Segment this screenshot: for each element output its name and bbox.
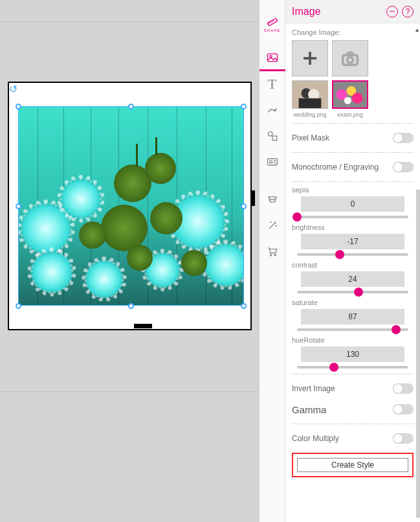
tool-shape[interactable]: SHAPE xyxy=(260,8,285,40)
change-image-label: Change Image: xyxy=(292,28,414,36)
monochrome-toggle[interactable] xyxy=(393,162,414,172)
brightness-value[interactable]: -17 xyxy=(301,234,404,249)
tool-magic[interactable] xyxy=(260,212,285,238)
pixel-mask-label: Pixel Mask xyxy=(292,133,329,142)
svg-point-31 xyxy=(352,93,363,104)
svg-line-1 xyxy=(269,23,269,23)
tool-text[interactable]: T xyxy=(260,71,285,97)
invert-row: Invert Image xyxy=(292,378,414,399)
svg-point-18 xyxy=(270,255,272,256)
resize-handle-mid-right[interactable] xyxy=(241,203,247,209)
svg-line-2 xyxy=(271,22,271,23)
resize-handle-bot-left[interactable] xyxy=(16,303,21,309)
invert-toggle[interactable] xyxy=(393,383,414,394)
monochrome-row: Monochrome / Engraving xyxy=(292,157,414,177)
panel-scrollbar[interactable] xyxy=(416,25,420,522)
sample-label-1: exam.png xyxy=(332,111,368,118)
invert-label: Invert Image xyxy=(292,384,335,393)
svg-rect-8 xyxy=(272,136,277,141)
gamma-toggle[interactable] xyxy=(393,404,414,414)
svg-line-3 xyxy=(272,21,272,22)
brightness-track[interactable] xyxy=(297,253,408,256)
sample-labels: wedding.png exam.png xyxy=(292,111,414,118)
color-multiply-label: Color Multiply xyxy=(292,434,339,443)
svg-point-32 xyxy=(344,97,351,104)
tool-image[interactable] xyxy=(260,45,285,71)
tool-shape-label: SHAPE xyxy=(264,28,280,32)
image-source-row xyxy=(292,40,414,76)
saturate-value[interactable]: 87 xyxy=(301,309,404,324)
resize-handle-bot-mid[interactable] xyxy=(128,303,134,309)
tool-align[interactable] xyxy=(260,123,285,149)
slider-brightness: brightness -17 xyxy=(292,223,414,256)
sample-wedding[interactable] xyxy=(292,80,328,109)
collapse-button[interactable] xyxy=(386,6,398,17)
sample-exam[interactable] xyxy=(332,80,368,109)
plus-icon xyxy=(300,49,320,68)
slider-hueRotate: hueRotate 130 xyxy=(292,336,414,369)
resize-handle-top-left[interactable] xyxy=(16,104,21,109)
monochrome-label: Monochrome / Engraving xyxy=(292,163,379,172)
brightness-thumb[interactable] xyxy=(335,250,344,259)
svg-point-19 xyxy=(274,255,276,256)
tool-path[interactable] xyxy=(260,97,285,123)
svg-rect-5 xyxy=(267,54,277,62)
side-tab[interactable] xyxy=(251,190,255,206)
canvas-area[interactable]: ↺ xyxy=(0,0,260,522)
add-image-button[interactable] xyxy=(292,40,328,76)
properties-panel: Image ? ▴ Change Image: wedding.png exam… xyxy=(285,0,420,522)
slider-sepia: sepia 0 xyxy=(292,186,414,218)
sepia-value[interactable]: 0 xyxy=(301,196,404,212)
saturate-track[interactable] xyxy=(297,328,408,331)
panel-body: Change Image: wedding.png exam.png Pixel… xyxy=(285,23,420,482)
saturate-label: saturate xyxy=(292,299,414,306)
contrast-value[interactable]: 24 xyxy=(301,271,404,287)
contrast-track[interactable] xyxy=(297,291,408,293)
tool-perspective[interactable] xyxy=(260,187,285,212)
slider-contrast: contrast 24 xyxy=(292,261,414,293)
svg-point-23 xyxy=(348,57,353,63)
sample-label-0: wedding.png xyxy=(292,111,328,118)
tool-toolbar: SHAPE T xyxy=(260,0,285,522)
contrast-thumb[interactable] xyxy=(354,288,363,297)
camera-icon xyxy=(340,49,360,68)
saturate-thumb[interactable] xyxy=(392,325,401,334)
svg-point-16 xyxy=(271,222,271,223)
panel-header: Image ? xyxy=(285,0,420,23)
bottom-tab[interactable] xyxy=(134,324,152,328)
sepia-label: sepia xyxy=(292,186,414,194)
hueRotate-track[interactable] xyxy=(297,366,408,369)
color-multiply-toggle[interactable] xyxy=(393,433,414,444)
contrast-label: contrast xyxy=(292,261,414,269)
camera-button[interactable] xyxy=(332,40,368,76)
color-multiply-row: Color Multiply xyxy=(292,428,414,449)
hueRotate-value[interactable]: 130 xyxy=(301,346,404,362)
help-button[interactable]: ? xyxy=(402,6,414,17)
sample-row xyxy=(292,80,414,109)
gamma-row: Gamma xyxy=(292,399,414,420)
sepia-track[interactable] xyxy=(297,216,408,218)
resize-handle-mid-left[interactable] xyxy=(16,203,21,209)
panel-scroll-thumb[interactable] xyxy=(416,189,420,518)
artboard[interactable]: ↺ xyxy=(8,82,252,330)
pixel-mask-toggle[interactable] xyxy=(393,133,414,143)
hueRotate-label: hueRotate xyxy=(292,336,414,344)
tool-id[interactable] xyxy=(260,149,285,175)
slider-saturate: saturate 87 xyxy=(292,299,414,331)
resize-handle-bot-right[interactable] xyxy=(241,303,247,309)
sepia-thumb[interactable] xyxy=(293,212,302,221)
hueRotate-thumb[interactable] xyxy=(329,363,338,372)
gamma-label: Gamma xyxy=(292,404,326,415)
resize-handle-top-right[interactable] xyxy=(241,104,247,109)
svg-rect-27 xyxy=(299,98,322,108)
resize-handle-top-mid[interactable] xyxy=(128,104,134,109)
svg-point-17 xyxy=(276,225,276,226)
svg-point-10 xyxy=(269,161,272,163)
tool-cart[interactable] xyxy=(260,238,285,264)
svg-point-7 xyxy=(268,131,272,136)
svg-line-4 xyxy=(273,20,274,21)
panel-title: Image xyxy=(292,6,382,17)
rotate-handle[interactable]: ↺ xyxy=(9,83,18,92)
pixel-mask-row: Pixel Mask xyxy=(292,128,414,148)
create-style-button[interactable]: Create Style xyxy=(297,458,408,472)
